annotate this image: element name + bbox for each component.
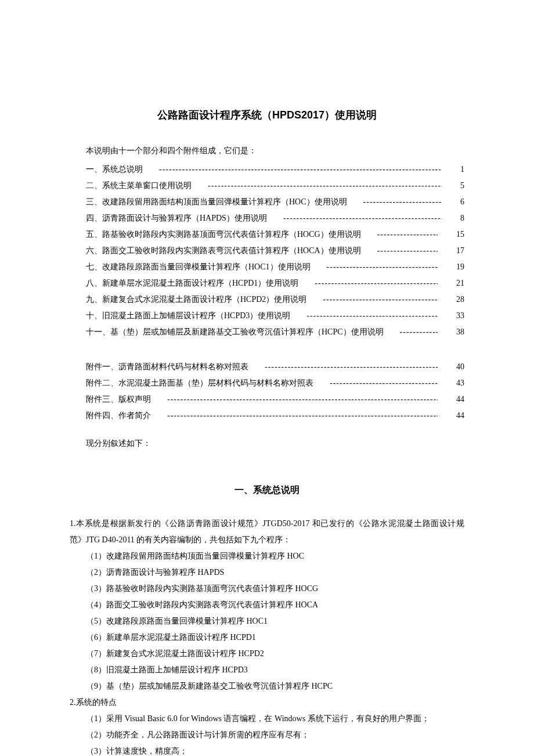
features-list: （1）采用 Visual Basic 6.0 for Windows 语言编程，… <box>70 711 464 756</box>
section-1-para-1: 1.本系统是根据新发行的《公路沥青路面设计规范》JTGD50-2017 和已发行… <box>70 516 464 548</box>
toc-leader <box>290 308 438 324</box>
feature-item: （3）计算速度快，精度高； <box>70 743 464 756</box>
program-item: （5）改建路段原路面当量回弹模量计算程序 HOC1 <box>70 613 464 629</box>
toc-label: 三、改建路段留用路面结构顶面当量回弹模量计算程序（HOC）使用说明 <box>70 194 347 210</box>
toc-item: 三、改建路段留用路面结构顶面当量回弹模量计算程序（HOC）使用说明 6 <box>70 194 464 210</box>
intro-text: 本说明由十一个部分和四个附件组成，它们是： <box>70 143 464 159</box>
toc-page: 19 <box>438 259 464 275</box>
appendix-item: 附件四、作者简介 44 <box>70 408 464 424</box>
toc-item: 七、改建路段原路面当量回弹模量计算程序（HOC1）使用说明 19 <box>70 259 464 275</box>
appendix-item: 附件三、版权声明 44 <box>70 391 464 408</box>
toc-leader <box>267 210 442 226</box>
toc-leader <box>306 291 438 308</box>
toc-leader <box>361 226 438 243</box>
toc-page: 8 <box>442 210 464 226</box>
appendix-page: 44 <box>438 408 464 424</box>
toc-page: 28 <box>438 291 464 308</box>
toc-label: 十一、基（垫）层或加铺层及新建路基交工验收弯沉值计算程序（HCPC）使用说明 <box>70 324 384 340</box>
toc-leader <box>311 259 438 275</box>
document-title: 公路路面设计程序系统（HPDS2017）使用说明 <box>70 105 464 125</box>
feature-item: （2）功能齐全，凡公路路面设计与计算所需的程序应有尽有； <box>70 727 464 743</box>
toc-leader <box>361 243 438 259</box>
toc-leader <box>313 375 438 391</box>
toc-item: 十一、基（垫）层或加铺层及新建路基交工验收弯沉值计算程序（HCPC）使用说明 3… <box>70 324 464 340</box>
appendix-label: 附件一、沥青路面材料代码与材料名称对照表 <box>70 359 248 375</box>
program-item: （6）新建单层水泥混凝土路面设计程序 HCPD1 <box>70 629 464 646</box>
toc-item: 八、新建单层水泥混凝土路面设计程序（HCPD1）使用说明 21 <box>70 275 464 291</box>
appendix-page: 40 <box>438 359 464 375</box>
toc-page: 17 <box>438 243 464 259</box>
toc-label: 七、改建路段原路面当量回弹模量计算程序（HOC1）使用说明 <box>70 259 311 275</box>
toc-item: 一、系统总说明 1 <box>70 161 464 178</box>
toc-label: 十、旧混凝土路面上加铺层设计程序（HCPD3）使用说明 <box>70 308 290 324</box>
toc-label: 一、系统总说明 <box>70 161 143 178</box>
appendix-page: 43 <box>438 375 464 391</box>
toc-item: 二、系统主菜单窗口使用说明 5 <box>70 178 464 194</box>
program-item: （4）路面交工验收时路段内实测路表弯沉代表值计算程序 HOCA <box>70 597 464 613</box>
toc-item: 九、新建复合式水泥混凝土路面设计程序（HCPD2）使用说明 28 <box>70 291 464 308</box>
program-item: （8）旧混凝土路面上加铺层设计程序 HCPD3 <box>70 662 464 678</box>
toc-leader <box>192 178 442 194</box>
program-item: （3）路基验收时路段内实测路基顶面弯沉代表值计算程序 HOCG <box>70 581 464 597</box>
toc-label: 八、新建单层水泥混凝土路面设计程序（HCPD1）使用说明 <box>70 275 298 291</box>
section-1-title: 一、系统总说明 <box>70 481 464 499</box>
toc-label: 五、路基验收时路段内实测路基顶面弯沉代表值计算程序（HOCG）使用说明 <box>70 226 361 243</box>
appendix-label: 附件四、作者简介 <box>70 408 151 424</box>
toc-page: 33 <box>438 308 464 324</box>
toc-item: 十、旧混凝土路面上加铺层设计程序（HCPD3）使用说明 33 <box>70 308 464 324</box>
toc-leader <box>151 391 438 408</box>
toc-leader <box>384 324 438 340</box>
toc-page: 1 <box>442 161 464 178</box>
toc-leader <box>298 275 438 291</box>
toc-page: 21 <box>438 275 464 291</box>
toc-leader <box>347 194 442 210</box>
closing-text: 现分别叙述如下： <box>70 435 464 452</box>
toc-label: 六、路面交工验收时路段内实测路表弯沉代表值计算程序（HOCA）使用说明 <box>70 243 361 259</box>
appendix-item: 附件二、水泥混凝土路面基（垫）层材料代码与材料名称对照表 43 <box>70 375 464 391</box>
toc-page: 38 <box>438 324 464 340</box>
toc-leader <box>248 359 438 375</box>
toc-page: 15 <box>438 226 464 243</box>
program-item: （7）新建复合式水泥混凝土路面设计程序 HCPD2 <box>70 646 464 662</box>
appendix-page: 44 <box>438 391 464 408</box>
program-item: （1）改建路段留用路面结构顶面当量回弹模量计算程序 HOC <box>70 548 464 564</box>
toc-item: 五、路基验收时路段内实测路基顶面弯沉代表值计算程序（HOCG）使用说明 15 <box>70 226 464 243</box>
programs-list: （1）改建路段留用路面结构顶面当量回弹模量计算程序 HOC（2）沥青路面设计与验… <box>70 548 464 694</box>
toc-item: 六、路面交工验收时路段内实测路表弯沉代表值计算程序（HOCA）使用说明 17 <box>70 243 464 259</box>
toc-label: 九、新建复合式水泥混凝土路面设计程序（HCPD2）使用说明 <box>70 291 306 308</box>
table-of-contents: 一、系统总说明 1二、系统主菜单窗口使用说明 5三、改建路段留用路面结构顶面当量… <box>70 161 464 340</box>
toc-leader <box>151 408 438 424</box>
toc-label: 四、沥青路面设计与验算程序（HAPDS）使用说明 <box>70 210 267 226</box>
appendix-label: 附件三、版权声明 <box>70 391 151 408</box>
toc-item: 四、沥青路面设计与验算程序（HAPDS）使用说明 8 <box>70 210 464 226</box>
toc-page: 5 <box>442 178 464 194</box>
toc-label: 二、系统主菜单窗口使用说明 <box>70 178 192 194</box>
program-item: （2）沥青路面设计与验算程序 HAPDS <box>70 564 464 581</box>
section-1-para-2: 2.系统的特点 <box>70 694 464 711</box>
program-item: （9）基（垫）层或加铺层及新建路基交工验收弯沉值计算程序 HCPC <box>70 678 464 694</box>
appendix-item: 附件一、沥青路面材料代码与材料名称对照表 40 <box>70 359 464 375</box>
toc-page: 6 <box>442 194 464 210</box>
feature-item: （1）采用 Visual Basic 6.0 for Windows 语言编程，… <box>70 711 464 727</box>
appendix-list: 附件一、沥青路面材料代码与材料名称对照表 40附件二、水泥混凝土路面基（垫）层材… <box>70 359 464 424</box>
toc-leader <box>143 161 442 178</box>
appendix-label: 附件二、水泥混凝土路面基（垫）层材料代码与材料名称对照表 <box>70 375 313 391</box>
